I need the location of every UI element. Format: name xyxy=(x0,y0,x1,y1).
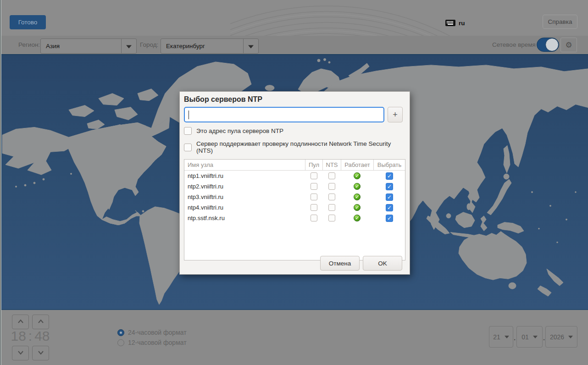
pool-checkbox-row[interactable]: Это адрес пула серверов NTP xyxy=(184,127,405,135)
ntp-servers-dialog: Выбор серверов NTP + Это адрес пула серв… xyxy=(179,91,410,275)
chevron-down-icon xyxy=(37,350,45,355)
table-row[interactable]: ntp3.vniiftri.ru xyxy=(184,192,405,202)
use-server-checkbox[interactable] xyxy=(386,215,393,222)
keyboard-layout-indicator[interactable]: ru xyxy=(445,19,465,27)
add-server-button[interactable]: + xyxy=(388,107,403,122)
nts-checkbox-label: Сервер поддерживает проверку подлинности… xyxy=(196,140,405,154)
minutes-down-button[interactable] xyxy=(32,346,49,360)
format-24h-option[interactable]: 24-часовой формат xyxy=(117,329,187,336)
chevron-up-icon xyxy=(37,319,45,324)
use-server-checkbox[interactable] xyxy=(386,204,393,211)
use-server-checkbox[interactable] xyxy=(386,194,393,201)
dropdown-arrow-icon xyxy=(568,336,573,338)
format-12h-label: 12-часовой формат xyxy=(128,339,187,346)
col-hostname: Имя узла xyxy=(184,160,305,170)
header-bar: Готово ru Справка xyxy=(0,0,588,36)
row-nts-checkbox[interactable] xyxy=(328,183,335,190)
server-name: ntp2.vniiftri.ru xyxy=(184,183,305,190)
header-swirl-pattern xyxy=(230,0,588,36)
table-row[interactable]: ntp2.vniiftri.ru xyxy=(184,181,405,192)
minutes-up-button[interactable] xyxy=(32,315,49,329)
table-row[interactable]: ntp1.vniiftri.ru xyxy=(184,171,405,181)
pool-checkbox[interactable] xyxy=(184,127,192,135)
row-pool-checkbox[interactable] xyxy=(311,183,317,190)
radio-unselected-icon xyxy=(117,339,124,346)
city-dropdown[interactable]: Екатеринбург xyxy=(161,39,259,54)
time-hours: 18 xyxy=(11,328,26,344)
month-value: 01 xyxy=(521,333,529,341)
row-nts-checkbox[interactable] xyxy=(328,204,335,211)
working-status-icon xyxy=(354,194,361,200)
done-button[interactable]: Готово xyxy=(10,15,46,29)
region-label: Регион: xyxy=(18,36,40,54)
row-pool-checkbox[interactable] xyxy=(311,204,317,211)
col-pool: Пул xyxy=(305,160,322,170)
format-12h-option[interactable]: 12-часовой формат xyxy=(117,339,187,346)
network-time-toggle[interactable] xyxy=(537,38,559,52)
date-separator: . xyxy=(514,334,516,342)
time-separator: : xyxy=(28,328,32,344)
row-nts-checkbox[interactable] xyxy=(328,172,335,179)
text-caret xyxy=(189,111,189,119)
window-left-edge xyxy=(0,0,1,365)
server-name: ntp.sstf.nsk.ru xyxy=(184,215,305,221)
keyboard-layout-label: ru xyxy=(459,20,465,27)
col-nts: NTS xyxy=(322,160,341,170)
ntp-config-button[interactable]: ⚙ xyxy=(560,38,577,52)
working-status-icon xyxy=(354,172,361,179)
add-icon: + xyxy=(393,110,398,119)
server-name: ntp4.vniiftri.ru xyxy=(184,204,305,211)
table-row[interactable]: ntp4.vniiftri.ru xyxy=(184,202,405,213)
nts-checkbox[interactable] xyxy=(184,144,192,151)
pool-checkbox-label: Это адрес пула серверов NTP xyxy=(196,127,283,134)
month-dropdown[interactable]: 01 xyxy=(516,326,543,348)
cancel-button[interactable]: Отмена xyxy=(320,256,360,271)
hours-up-button[interactable] xyxy=(12,315,29,329)
year-dropdown[interactable]: 2026 xyxy=(545,326,577,348)
footer-bar: 18 : 48 24-часовой формат 12-часовой фор… xyxy=(0,310,588,365)
nts-checkbox-row[interactable]: Сервер поддерживает проверку подлинности… xyxy=(184,140,405,154)
hours-down-button[interactable] xyxy=(12,346,29,360)
working-status-icon xyxy=(354,215,361,221)
ok-button[interactable]: OK xyxy=(363,256,402,271)
radio-selected-icon xyxy=(117,329,124,336)
time-minutes: 48 xyxy=(34,328,50,344)
day-dropdown[interactable]: 21 xyxy=(489,326,513,348)
help-button[interactable]: Справка xyxy=(543,15,577,29)
row-nts-checkbox[interactable] xyxy=(328,194,335,200)
server-name: ntp1.vniiftri.ru xyxy=(184,172,305,179)
year-value: 2026 xyxy=(550,333,564,341)
format-24h-label: 24-часовой формат xyxy=(128,329,187,336)
working-status-icon xyxy=(354,204,361,211)
use-server-checkbox[interactable] xyxy=(386,172,393,180)
dropdown-arrow-icon xyxy=(248,45,254,48)
server-name: ntp3.vniiftri.ru xyxy=(184,194,305,200)
dialog-title: Выбор серверов NTP xyxy=(184,95,405,105)
city-value: Екатеринбург xyxy=(166,39,205,53)
keyboard-icon xyxy=(445,19,455,27)
toggle-knob xyxy=(545,38,559,51)
region-dropdown[interactable]: Азия xyxy=(40,39,137,54)
date-separator: . xyxy=(543,334,545,342)
time-display: 18 : 48 xyxy=(8,328,52,344)
table-row[interactable]: ntp.sstf.nsk.ru xyxy=(184,213,405,223)
col-use: Выбрать xyxy=(373,160,405,170)
gear-icon: ⚙ xyxy=(565,41,572,50)
table-header: Имя узла Пул NTS Работает Выбрать xyxy=(184,160,405,171)
datetime-spoke-window: Готово ru Справка Регион: Азия Г xyxy=(0,0,588,365)
city-label: Город: xyxy=(140,36,158,54)
use-server-checkbox[interactable] xyxy=(386,183,393,190)
dropdown-arrow-icon xyxy=(505,336,509,338)
region-value: Азия xyxy=(46,39,60,53)
row-pool-checkbox[interactable] xyxy=(311,194,317,200)
dropdown-arrow-icon xyxy=(126,45,132,48)
dropdown-arrow-icon xyxy=(533,336,538,338)
row-pool-checkbox[interactable] xyxy=(311,215,317,221)
col-working: Работает xyxy=(341,160,373,170)
working-status-icon xyxy=(354,183,361,190)
row-pool-checkbox[interactable] xyxy=(311,172,317,179)
server-address-input[interactable] xyxy=(184,107,384,122)
row-nts-checkbox[interactable] xyxy=(328,215,335,221)
chevron-down-icon xyxy=(17,350,25,355)
network-time-label: Сетевое время xyxy=(492,36,536,54)
